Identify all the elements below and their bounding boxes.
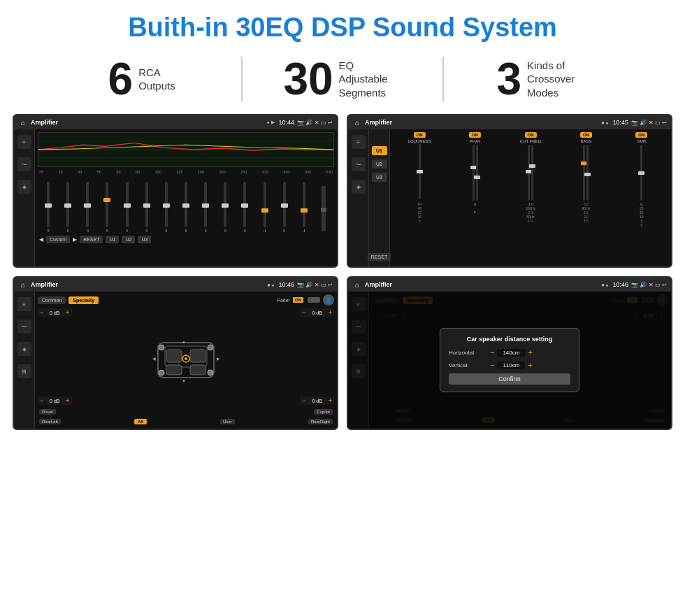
- next-arrow[interactable]: ▶: [73, 236, 77, 243]
- screen-fader: ⌂ Amplifier ■ ● 10:46 📷 🔊 ✕ ▭ ↩ ≡ 〜 ◈ ⊞ …: [13, 276, 338, 430]
- home-icon[interactable]: ⌂: [18, 117, 28, 127]
- wave-icon-3[interactable]: 〜: [17, 320, 31, 334]
- vol-plus-tr[interactable]: +: [329, 309, 332, 316]
- vol-minus-bl[interactable]: −: [40, 397, 43, 404]
- slider-2[interactable]: 0: [59, 182, 77, 233]
- vol-plus-bl[interactable]: +: [66, 397, 69, 404]
- toggle-loudness[interactable]: ON: [414, 132, 426, 138]
- tab-row-3: Common Specialty Fader ON 👤: [38, 294, 334, 306]
- bottom-seat-labels: Driver Copilot: [38, 408, 334, 416]
- horizontal-plus[interactable]: +: [528, 348, 532, 357]
- speaker-icon-3[interactable]: ◈: [17, 342, 31, 356]
- seat-rearright[interactable]: RearRight: [308, 419, 333, 424]
- toggle-sub[interactable]: ON: [635, 132, 647, 138]
- reset-btn-2[interactable]: RESET: [368, 253, 391, 261]
- left-controls-2: ≡ 〜 ◈: [348, 129, 369, 266]
- stat-rca-label: RCAOutputs: [138, 66, 175, 93]
- slider-10[interactable]: 0: [216, 182, 234, 233]
- toggle-cutfreq[interactable]: ON: [525, 132, 537, 138]
- u1-btn-1[interactable]: U1: [106, 236, 119, 243]
- status-bar-1: ⌂ Amplifier ● ▶ 10:44 📷 🔊 ✕ ▭ ↩: [14, 115, 337, 129]
- slider-6[interactable]: 0: [138, 182, 156, 233]
- seat-all[interactable]: All: [134, 419, 147, 424]
- home-icon-2[interactable]: ⌂: [352, 117, 362, 127]
- status-bar-4: ⌂ Amplifier ■ ● 10:46 📷 🔊 ✕ ▭ ↩: [348, 278, 671, 292]
- svg-point-10: [185, 357, 187, 360]
- vertical-minus[interactable]: −: [490, 361, 494, 369]
- screen3-time: 10:46: [279, 281, 295, 288]
- prev-arrow[interactable]: ◀: [39, 236, 43, 243]
- ch-bass-label: BASS: [580, 139, 591, 143]
- vol-minus-br[interactable]: −: [302, 397, 305, 404]
- reset-btn-1[interactable]: RESET: [80, 236, 103, 243]
- vol-minus-tl[interactable]: −: [40, 309, 43, 316]
- seat-driver[interactable]: Driver: [39, 409, 56, 415]
- vol-plus-br[interactable]: +: [329, 397, 332, 404]
- slider-12[interactable]: -1: [256, 182, 274, 233]
- slider-14[interactable]: -1: [295, 182, 313, 233]
- screen2-icons: 📷 🔊 ✕ ▭ ↩: [631, 120, 667, 126]
- channel-cutfreq: ON CUT FREQ 3.0100Hz2.180HzF G: [504, 132, 557, 264]
- home-icon-3[interactable]: ⌂: [18, 280, 28, 289]
- u1-selector-btn[interactable]: U1: [372, 146, 387, 155]
- expand-icon-3[interactable]: ⊞: [17, 364, 31, 378]
- seat-copilot[interactable]: Copilot: [314, 409, 333, 415]
- svg-text:▶: ▶: [217, 357, 220, 361]
- vol-minus-tr[interactable]: −: [302, 309, 305, 316]
- mixer-area: ON LOUDNESS 64 48 32 16 0: [390, 129, 671, 266]
- svg-text:▲: ▲: [182, 340, 186, 344]
- toggle-bass[interactable]: ON: [580, 132, 592, 138]
- fader-on[interactable]: ON: [293, 297, 303, 303]
- page-title: Buith-in 30EQ DSP Sound System: [0, 0, 685, 51]
- screen3-icons: 📷 🔊 ✕ ▭ ↩: [297, 282, 333, 288]
- seat-user[interactable]: User: [220, 419, 235, 424]
- slider-15[interactable]: [315, 186, 333, 233]
- svg-point-15: [159, 345, 164, 350]
- wave-icon[interactable]: 〜: [17, 157, 31, 171]
- u2-selector-btn[interactable]: U2: [372, 159, 387, 169]
- eq-icon[interactable]: ≡: [17, 135, 31, 149]
- tab-common-3[interactable]: Common: [38, 296, 66, 304]
- slider-8[interactable]: 0: [177, 182, 195, 233]
- u3-selector-btn[interactable]: U3: [372, 173, 387, 182]
- stat-crossover-label: Kinds ofCrossover Modes: [527, 59, 590, 100]
- slider-5[interactable]: 0: [118, 182, 136, 233]
- vertical-plus[interactable]: +: [528, 361, 532, 369]
- slider-3[interactable]: 0: [78, 182, 96, 233]
- left-controls-1: ≡ 〜 ◈: [14, 129, 35, 266]
- eq-freq-labels: 25 32 40 50 63 80 100 125 160 200 250 32…: [38, 170, 334, 174]
- vol-plus-tl[interactable]: +: [66, 309, 69, 316]
- slider-13[interactable]: 0: [275, 182, 294, 233]
- slider-4[interactable]: 5: [98, 182, 116, 233]
- slider-9[interactable]: 0: [196, 182, 215, 233]
- car-vol-bottom: − 0 dB + − 0 dB +: [38, 396, 334, 405]
- toggle-phat[interactable]: ON: [469, 132, 481, 138]
- slider-1[interactable]: 0: [39, 182, 57, 233]
- profile-icon-3[interactable]: 👤: [323, 294, 334, 306]
- status-bar-3: ⌂ Amplifier ■ ● 10:46 📷 🔊 ✕ ▭ ↩: [14, 278, 337, 292]
- slider-7[interactable]: 0: [157, 182, 175, 233]
- seat-rearleft[interactable]: RearLeft: [39, 419, 61, 424]
- slider-11[interactable]: 0: [236, 182, 254, 233]
- u2-btn-1[interactable]: U2: [122, 236, 135, 243]
- custom-preset[interactable]: Custom: [46, 236, 70, 243]
- horizontal-minus[interactable]: −: [490, 348, 494, 357]
- eq-icon-3[interactable]: ≡: [17, 297, 31, 311]
- screen-eq: ⌂ Amplifier ● ▶ 10:44 📷 🔊 ✕ ▭ ↩ ≡ 〜 ◈: [13, 114, 338, 268]
- screen2-time: 10:45: [613, 119, 629, 126]
- dialog-horizontal-row: Horizontal − 140cm +: [449, 348, 570, 357]
- confirm-button[interactable]: Confirm: [449, 373, 570, 385]
- speaker-icon-2[interactable]: ◈: [352, 180, 366, 194]
- ch-phat-label: PHAT: [470, 139, 481, 143]
- eq-icon-2[interactable]: ≡: [352, 135, 366, 149]
- eq-sliders[interactable]: 0 0 0 5 0: [38, 177, 334, 233]
- speaker-icon[interactable]: ◈: [17, 180, 31, 194]
- u3-btn-1[interactable]: U3: [138, 236, 151, 243]
- screen4-title: Amplifier: [365, 281, 598, 288]
- home-icon-4[interactable]: ⌂: [352, 280, 362, 289]
- svg-point-16: [208, 345, 213, 350]
- ch-cutfreq-label: CUT FREQ: [520, 139, 542, 143]
- tab-specialty-3[interactable]: Specialty: [68, 296, 99, 304]
- svg-rect-7: [166, 365, 182, 375]
- wave-icon-2[interactable]: 〜: [352, 157, 366, 171]
